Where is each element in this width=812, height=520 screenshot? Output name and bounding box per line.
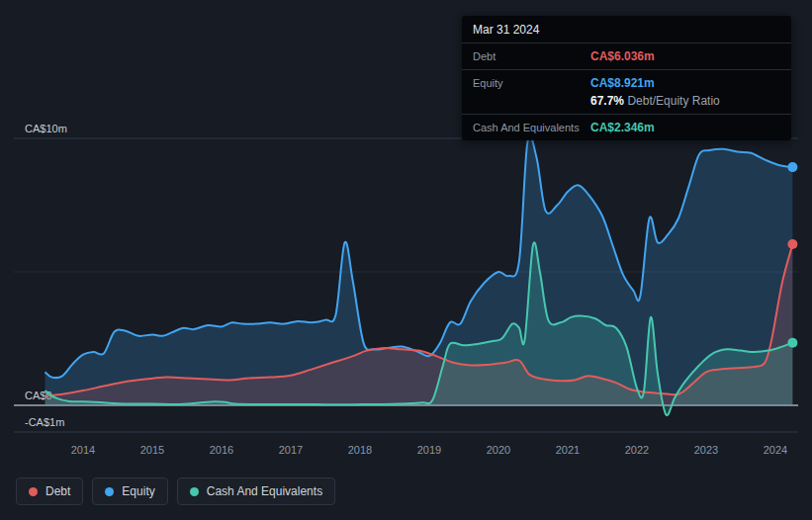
equity-endpoint-dot [787,162,797,172]
debt-endpoint-dot [787,239,797,249]
tooltip-ratio-value: 67.7% [590,94,624,108]
legend-item-cash[interactable]: Cash And Equivalents [177,477,335,505]
tooltip-cash-value: CA$2.346m [590,121,655,134]
legend-item-debt[interactable]: Debt [16,477,83,505]
legend-debt-label: Debt [45,484,70,498]
legend-item-equity[interactable]: Equity [92,477,167,505]
tooltip-cash-label: Cash And Equivalents [473,122,590,133]
cash-dot-icon [190,487,199,496]
x-tick-label: 2014 [71,444,95,456]
x-tick-label: 2017 [279,444,303,456]
debt-dot-icon [29,487,38,496]
tooltip-debt-label: Debt [473,50,590,62]
chart-legend: Debt Equity Cash And Equivalents [16,477,335,505]
x-tick-label: 2018 [348,444,372,456]
cash-and-equivalents-endpoint-dot [787,338,797,348]
x-tick-label: 2019 [417,444,441,456]
chart-tooltip: Mar 31 2024 Debt CA$6.036m Equity CA$8.9… [462,16,791,140]
legend-cash-label: Cash And Equivalents [207,484,322,498]
tooltip-equity-label: Equity [473,77,590,89]
x-tick-label: 2015 [140,444,164,456]
legend-equity-label: Equity [122,484,154,498]
y-tick-label: -CA$1m [25,416,64,428]
x-tick-label: 2023 [694,444,718,456]
tooltip-equity-value: CA$8.921m [590,76,655,90]
equity-dot-icon [105,487,114,496]
x-tick-label: 2016 [210,444,233,456]
tooltip-date: Mar 31 2024 [462,16,791,43]
x-tick-label: 2020 [487,444,510,456]
x-tick-label: 2024 [764,444,787,456]
tooltip-ratio: 67.7% Debt/Equity Ratio [590,94,720,108]
tooltip-ratio-label: Debt/Equity Ratio [627,94,719,108]
x-tick-label: 2021 [556,444,580,456]
y-tick-label: CA$10m [25,123,67,134]
tooltip-debt-value: CA$6.036m [590,49,655,63]
x-tick-label: 2022 [625,444,649,456]
